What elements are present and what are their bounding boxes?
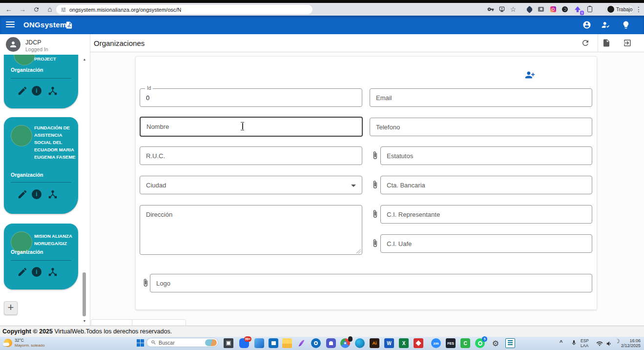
extension-clipboard-icon[interactable] bbox=[585, 5, 594, 14]
copyright-text: VirtualWeb.Todos los derechos reservados… bbox=[53, 328, 172, 335]
tray-chevron-icon[interactable]: ^ bbox=[560, 340, 562, 345]
app-title: ONGsystem bbox=[23, 21, 67, 29]
wifi-icon[interactable] bbox=[596, 340, 603, 347]
browser-profile-chip[interactable]: Trabajo bbox=[606, 4, 634, 14]
info-icon[interactable]: i bbox=[32, 86, 42, 96]
ruc-field bbox=[140, 146, 362, 165]
teams-icon[interactable] bbox=[326, 338, 336, 348]
moon-icon[interactable]: ☽ bbox=[615, 339, 620, 344]
password-key-icon[interactable] bbox=[486, 5, 495, 14]
user-name: JDCP bbox=[25, 39, 42, 46]
exit-icon[interactable] bbox=[623, 39, 632, 47]
estatutos-field bbox=[380, 146, 592, 165]
ruc-input[interactable] bbox=[140, 147, 362, 165]
browser-menu-icon[interactable]: ⋮ bbox=[634, 5, 643, 14]
document-icon[interactable] bbox=[602, 39, 611, 47]
sidebar-scrollbar-thumb[interactable] bbox=[83, 272, 86, 316]
telefono-field bbox=[370, 118, 592, 136]
edit-icon[interactable] bbox=[17, 189, 28, 200]
extension-instagram-icon[interactable] bbox=[549, 5, 558, 14]
file-explorer-icon[interactable] bbox=[282, 338, 292, 348]
hierarchy-icon[interactable] bbox=[47, 267, 58, 277]
sidebar-scroll-area: PROJECT Organización i FUNDACIÓN DE ASIS… bbox=[0, 55, 90, 326]
task-view-icon[interactable] bbox=[224, 338, 233, 348]
telefono-input[interactable] bbox=[370, 118, 592, 136]
excel-icon[interactable]: X bbox=[399, 338, 409, 348]
extension-camera-icon[interactable] bbox=[537, 5, 545, 14]
org-card[interactable]: FUNDACIÓN DE ASISTENCIA SOCIAL DEL ECUAD… bbox=[4, 117, 78, 214]
edit-icon[interactable] bbox=[17, 267, 28, 277]
direccion-field bbox=[140, 205, 362, 255]
menu-icon[interactable] bbox=[6, 21, 15, 28]
attach-icon[interactable] bbox=[371, 209, 379, 218]
info-icon[interactable]: i bbox=[32, 189, 42, 199]
feather-app-icon[interactable] bbox=[296, 338, 306, 348]
attach-icon[interactable] bbox=[371, 180, 379, 189]
ci-uafe-input[interactable] bbox=[381, 235, 592, 252]
red-app-icon[interactable] bbox=[414, 338, 423, 348]
report-doc-icon[interactable] bbox=[65, 21, 73, 29]
photos-app-icon[interactable] bbox=[254, 338, 264, 348]
hierarchy-icon[interactable] bbox=[47, 85, 58, 96]
edit-icon[interactable] bbox=[17, 85, 28, 96]
hierarchy-icon[interactable] bbox=[47, 189, 58, 200]
id-input[interactable] bbox=[140, 89, 362, 106]
nombre-input[interactable] bbox=[141, 118, 362, 136]
resize-grip[interactable] bbox=[356, 249, 361, 253]
estatutos-input[interactable] bbox=[381, 147, 592, 165]
store-app-icon[interactable] bbox=[269, 338, 278, 348]
attach-icon[interactable] bbox=[371, 151, 379, 160]
scroll-up-icon[interactable]: ▲ bbox=[82, 58, 87, 61]
cta-bancaria-input[interactable] bbox=[381, 176, 592, 194]
account-icon[interactable] bbox=[582, 21, 591, 29]
ci-uafe-field bbox=[380, 234, 592, 253]
browser-forward-button[interactable]: → bbox=[18, 4, 27, 14]
info-icon[interactable]: i bbox=[32, 267, 42, 277]
taskbar-search[interactable]: Buscar bbox=[146, 338, 218, 347]
ci-representante-input[interactable] bbox=[381, 206, 592, 223]
camtasia-icon[interactable]: C bbox=[460, 338, 470, 348]
refresh-icon[interactable] bbox=[581, 39, 590, 47]
add-organization-button[interactable]: + bbox=[4, 301, 18, 315]
extension-eyedropper-icon[interactable] bbox=[525, 5, 534, 14]
logo-input[interactable] bbox=[150, 274, 592, 292]
word-icon[interactable]: W bbox=[384, 338, 394, 348]
install-app-icon[interactable] bbox=[498, 5, 506, 14]
zoom-app-icon[interactable]: zm bbox=[431, 338, 441, 348]
start-button[interactable] bbox=[137, 339, 144, 347]
user-check-icon[interactable] bbox=[602, 21, 610, 29]
bookmark-star-icon[interactable]: ☆ bbox=[509, 5, 518, 14]
outlook-icon[interactable] bbox=[311, 338, 321, 348]
org-card[interactable]: MISION ALIANZA NORUEGA/GIZ Organización … bbox=[4, 224, 78, 289]
whatsapp-icon[interactable]: 5 bbox=[475, 338, 485, 348]
extension-dark-icon[interactable] bbox=[561, 5, 569, 14]
browser-home-button[interactable]: ⌂ bbox=[45, 4, 55, 14]
nombre-field bbox=[140, 117, 363, 137]
notes-app-icon[interactable] bbox=[505, 338, 515, 348]
edge-icon[interactable] bbox=[355, 338, 365, 348]
ciudad-select[interactable] bbox=[140, 176, 362, 194]
lightbulb-icon[interactable] bbox=[622, 21, 630, 29]
volume-icon[interactable] bbox=[606, 340, 613, 347]
direccion-textarea[interactable] bbox=[140, 206, 362, 254]
address-bar[interactable]: ongsystem.misionalianza.org/ongsystem/os… bbox=[56, 5, 312, 14]
card-divider bbox=[11, 182, 71, 183]
mic-icon[interactable] bbox=[571, 340, 577, 346]
attach-icon[interactable] bbox=[141, 278, 150, 287]
extension-badge: 9 bbox=[580, 11, 584, 15]
chrome-icon[interactable] bbox=[340, 338, 350, 348]
extension-purple-icon[interactable]: 9 bbox=[573, 5, 582, 14]
illustrator-icon[interactable]: Ai bbox=[370, 338, 379, 348]
person-add-icon[interactable] bbox=[525, 70, 535, 80]
browser-reload-button[interactable] bbox=[31, 4, 41, 14]
scroll-down-icon[interactable]: ▼ bbox=[82, 319, 87, 323]
fes-app-icon[interactable]: FES bbox=[446, 338, 456, 348]
settings-gear-icon[interactable]: ⚙ bbox=[491, 338, 500, 348]
org-title: MISION ALIANZA NORUEGA/GIZ bbox=[34, 232, 79, 247]
browser-back-button[interactable]: ← bbox=[4, 4, 14, 14]
email-input[interactable] bbox=[370, 89, 592, 106]
chat-app-icon[interactable]: 99+ bbox=[239, 338, 249, 348]
org-card[interactable]: PROJECT Organización i bbox=[4, 55, 78, 108]
app-bar: ONGsystem bbox=[0, 16, 644, 34]
attach-icon[interactable] bbox=[371, 239, 379, 247]
